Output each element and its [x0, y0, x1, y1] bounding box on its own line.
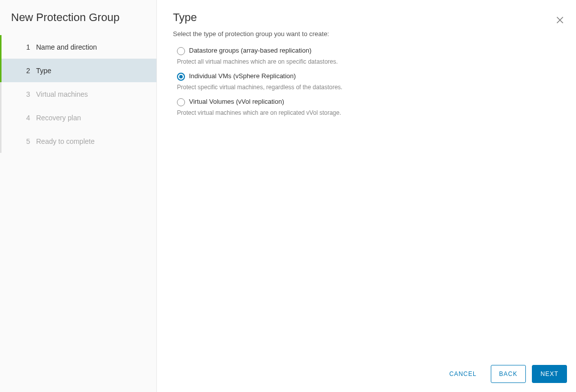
step-label: Name and direction — [36, 43, 97, 51]
step-recovery-plan[interactable]: 4 Recovery plan — [0, 106, 156, 129]
option-individual-vms[interactable]: Individual VMs (vSphere Replication) Pro… — [173, 72, 560, 91]
option-description: Protect specific virtual machines, regar… — [177, 84, 560, 91]
option-virtual-volumes[interactable]: Virtual Volumes (vVol replication) Prote… — [173, 98, 560, 116]
wizard-title: New Protection Group — [0, 11, 156, 35]
step-number: 1 — [23, 43, 30, 51]
option-label[interactable]: Datastore groups (array-based replicatio… — [189, 47, 560, 54]
step-label: Recovery plan — [36, 114, 81, 122]
option-label[interactable]: Virtual Volumes (vVol replication) — [189, 98, 560, 105]
wizard-content: Type Select the type of protection group… — [157, 0, 576, 356]
radio-individual-vms[interactable] — [177, 73, 185, 81]
option-datastore-groups[interactable]: Datastore groups (array-based replicatio… — [173, 47, 560, 65]
radio-virtual-volumes[interactable] — [177, 98, 185, 106]
step-name-and-direction[interactable]: 1 Name and direction — [0, 35, 156, 59]
back-button[interactable]: BACK — [491, 365, 526, 383]
step-number: 5 — [23, 137, 30, 145]
option-label[interactable]: Individual VMs (vSphere Replication) — [189, 72, 560, 80]
next-button[interactable]: NEXT — [532, 365, 567, 383]
step-label: Type — [36, 67, 51, 75]
wizard-steps: 1 Name and direction 2 Type 3 Virtual ma… — [0, 35, 156, 153]
cancel-button[interactable]: CANCEL — [441, 365, 484, 383]
step-label: Ready to complete — [36, 137, 95, 145]
wizard-footer: CANCEL BACK NEXT — [157, 356, 576, 392]
page-title: Type — [173, 11, 560, 24]
step-number: 4 — [23, 114, 30, 122]
wizard-sidebar: New Protection Group 1 Name and directio… — [0, 0, 157, 392]
close-button[interactable] — [553, 13, 567, 27]
step-type[interactable]: 2 Type — [0, 59, 156, 82]
page-subtitle: Select the type of protection group you … — [173, 30, 560, 38]
wizard-main: Type Select the type of protection group… — [157, 0, 576, 392]
step-number: 2 — [23, 67, 30, 75]
close-icon — [556, 16, 564, 24]
step-number: 3 — [23, 90, 30, 98]
radio-datastore-groups[interactable] — [177, 47, 185, 55]
option-description: Protect all virtual machines which are o… — [177, 58, 560, 65]
step-label: Virtual machines — [36, 90, 88, 98]
step-virtual-machines[interactable]: 3 Virtual machines — [0, 82, 156, 106]
option-description: Protect virtual machines which are on re… — [177, 109, 560, 116]
step-ready-to-complete[interactable]: 5 Ready to complete — [0, 129, 156, 153]
